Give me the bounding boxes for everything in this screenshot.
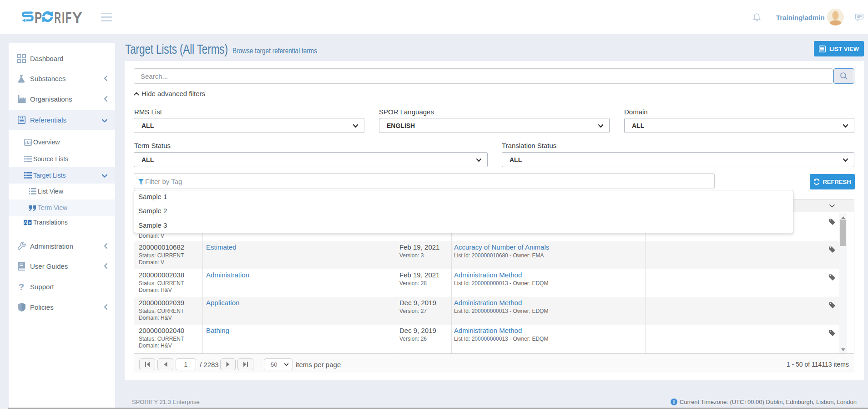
svg-text:I: I [62, 10, 65, 24]
svg-text:A: A [24, 220, 27, 225]
svg-text:F: F [66, 10, 72, 24]
svg-text:R: R [54, 10, 61, 24]
svg-text:Y: Y [72, 10, 82, 24]
svg-text:x: x [29, 220, 31, 225]
svg-text:P: P [35, 10, 42, 24]
